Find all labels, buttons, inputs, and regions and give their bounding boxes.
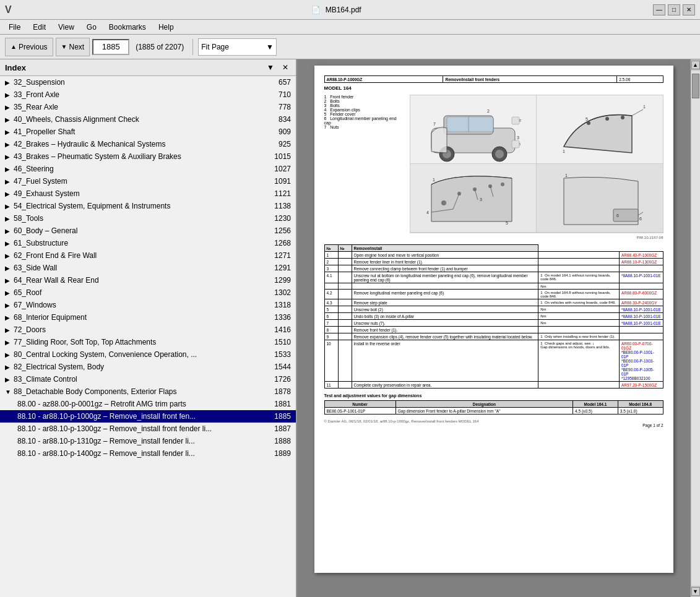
sidebar-item-page: 1121 <box>274 189 291 198</box>
scroll-thumb[interactable] <box>692 74 699 98</box>
svg-point-17 <box>621 116 624 119</box>
sidebar-item-42[interactable]: ▶42_Brakes – Hydraulic & Mechanical Syst… <box>0 138 296 150</box>
sidebar-subitem-2[interactable]: 88.10 - ar88.10-p-1300gz – Remove_instal… <box>0 423 296 435</box>
sidebar-item-page: 1510 <box>274 338 291 346</box>
row-num1: 11 <box>324 382 338 389</box>
toolbar: ▲ Previous ▼ Next (1885 of 2207) Fit Pag… <box>0 35 700 59</box>
sidebar-item-page: 1256 <box>274 226 291 235</box>
row-num1: 1 <box>324 252 338 259</box>
sidebar-item-page: 1318 <box>274 301 291 309</box>
sidebar-item-62[interactable]: ▶62_Front End & Fire Wall1271 <box>0 249 296 262</box>
fender-detail-svg: 5 1 1 <box>551 97 647 162</box>
legend-7: 7 Nuts <box>324 125 405 129</box>
sidebar-item-page: 1230 <box>274 214 291 223</box>
sidebar-collapse-button[interactable]: ▼ <box>265 62 276 73</box>
sidebar-subitem-4[interactable]: 88.10 - ar88.10-p-1400gz – Remove_instal… <box>0 447 296 460</box>
menu-help[interactable]: Help <box>152 22 180 33</box>
sidebar-close-button[interactable]: ✕ <box>280 62 291 73</box>
sidebar-subitem-1[interactable]: 88.10 - ar88.10-p-1000gz – Remove_instal… <box>0 410 296 423</box>
prev-button[interactable]: ▲ Previous <box>5 38 53 56</box>
sidebar-item-88[interactable]: ▼88_Detachable Body Components, Exterior… <box>0 385 296 398</box>
sidebar-item-80[interactable]: ▶80_Central Locking System, Convenience … <box>0 348 296 361</box>
row-num2 <box>338 299 352 306</box>
sidebar-item-60[interactable]: ▶60_Body – General1256 <box>0 225 296 237</box>
sidebar-content[interactable]: ▶32_Suspension657▶33_Front Axle710▶35_Re… <box>0 76 296 597</box>
right-scrollbar[interactable]: ▲ ▼ <box>690 59 700 597</box>
row-ref: *8A88.10-P-1001-01E <box>619 306 663 313</box>
sidebar-item-41[interactable]: ▶41_Propeller Shaft909 <box>0 126 296 138</box>
sidebar-subitem-0[interactable]: 88.00 - az88.00-p-0001gz – Retrofit AMG … <box>0 398 296 410</box>
collapse-arrow-icon: ▶ <box>5 141 14 148</box>
sidebar-item-83[interactable]: ▶83_Climate Control1726 <box>0 373 296 385</box>
sidebar-subitem-page: 1881 <box>274 400 291 408</box>
menu-bookmarks[interactable]: Bookmarks <box>103 22 152 33</box>
sidebar-item-label: 80_Central Locking System, Convenience O… <box>14 350 272 359</box>
row-note <box>538 327 620 333</box>
sidebar-item-64[interactable]: ▶64_Rear Wall & Rear End1299 <box>0 274 296 286</box>
sidebar-subitem-3[interactable]: 88.10 - ar88.10-p-1310gz – Remove_instal… <box>0 435 296 447</box>
sidebar-item-46[interactable]: ▶46_Steering1027 <box>0 163 296 175</box>
fit-page-dropdown[interactable]: Fit Page ▼ <box>198 38 277 56</box>
next-label: Next <box>69 43 85 51</box>
sidebar-item-58[interactable]: ▶58_Tools1230 <box>0 212 296 225</box>
row-ref: AR97.20-P-1500GZ <box>619 382 663 389</box>
sidebar-item-61[interactable]: ▶61_Substructure1268 <box>0 237 296 249</box>
sidebar-item-49[interactable]: ▶49_Exhaust System1121 <box>0 187 296 200</box>
diagram-fender-top: 5 1 1 <box>537 95 663 163</box>
legend-5: 5 Fender cover <box>324 112 405 116</box>
svg-line-20 <box>632 110 643 116</box>
sidebar-item-40[interactable]: ▶40_Wheels, Chassis Alignment Check834 <box>0 113 296 126</box>
sidebar-item-82[interactable]: ▶82_Electrical System, Body1544 <box>0 361 296 373</box>
sidebar-item-43[interactable]: ▶43_Brakes – Pheumatic System & Auxiliar… <box>0 150 296 163</box>
row-desc: Complete cavity preservation in repair a… <box>352 382 538 389</box>
page-input[interactable] <box>92 39 129 55</box>
svg-text:1: 1 <box>433 178 435 182</box>
menu-edit[interactable]: Edit <box>27 22 52 33</box>
svg-text:4: 4 <box>426 210 429 215</box>
col-remove-install: Remove/install <box>352 245 538 252</box>
diagram-fender-bottom-left: 1 4 5 3 <box>410 164 537 232</box>
sidebar-item-35[interactable]: ▶35_Rear Axle778 <box>0 101 296 113</box>
sidebar-item-63[interactable]: ▶63_Side Wall1291 <box>0 262 296 274</box>
gap-section-title: Test and adjustment values for gap dimen… <box>324 393 663 398</box>
menu-file[interactable]: File <box>2 22 27 33</box>
svg-text:2: 2 <box>487 109 490 113</box>
minimize-button[interactable]: — <box>653 4 665 15</box>
row-note <box>538 265 620 272</box>
row-num2 <box>338 265 352 272</box>
sidebar-item-label: 47_Fuel System <box>14 177 272 186</box>
page-caption: P88.10-2167-08 <box>324 236 663 239</box>
sidebar-item-54[interactable]: ▶54_Electrical System, Equipment & Instr… <box>0 200 296 212</box>
next-button[interactable]: ▼ Next <box>56 38 90 56</box>
scroll-up-button[interactable]: ▲ <box>691 61 700 69</box>
row-desc: Remove step plate <box>352 299 538 306</box>
maximize-button[interactable]: □ <box>668 4 680 15</box>
sidebar-item-68[interactable]: ▶68_Interior Equipment1336 <box>0 311 296 324</box>
collapse-arrow-icon: ▶ <box>5 104 14 111</box>
sidebar-item-67[interactable]: ▶67_Windows1318 <box>0 299 296 311</box>
gap-cell-num: BE80.0S-P-1001-01P <box>324 408 395 414</box>
table-row: Nm <box>324 283 663 290</box>
menu-go[interactable]: Go <box>80 22 103 33</box>
sidebar-item-65[interactable]: ▶65_Roof1302 <box>0 286 296 299</box>
row-ref: AR88.80-P-6000GZ <box>619 290 663 299</box>
row-ref: AR60.00-P-0700-01GZ*BE80.00-P-1001-01P*B… <box>619 340 663 382</box>
collapse-arrow-icon: ▶ <box>5 277 14 284</box>
sidebar-item-72[interactable]: ▶72_Doors1416 <box>0 324 296 336</box>
row-num2 <box>338 306 352 313</box>
sidebar-item-33[interactable]: ▶33_Front Axle710 <box>0 88 296 101</box>
page-version: 2.5.06 <box>617 76 663 83</box>
gap-table: Number Designation Model 164.1 Model 164… <box>324 400 663 414</box>
sidebar-item-77[interactable]: ▶77_Sliding Roor, Soft Top, Top Attachme… <box>0 336 296 348</box>
sidebar-item-47[interactable]: ▶47_Fuel System1091 <box>0 175 296 187</box>
scroll-track[interactable] <box>691 71 700 586</box>
menu-view[interactable]: View <box>52 22 80 33</box>
sidebar-item-32[interactable]: ▶32_Suspension657 <box>0 76 296 88</box>
diagram-fender-bottom-right: 6 6 1 <box>537 164 663 232</box>
sidebar-item-label: 68_Interior Equipment <box>14 313 272 322</box>
scroll-down-button[interactable]: ▼ <box>691 587 700 596</box>
document-view[interactable]: AR88.10-P-1000GZ Remove/install front fe… <box>297 59 690 597</box>
row-num1: 8 <box>324 327 338 333</box>
sidebar-item-page: 778 <box>279 103 291 111</box>
close-button[interactable]: ✕ <box>683 4 695 15</box>
